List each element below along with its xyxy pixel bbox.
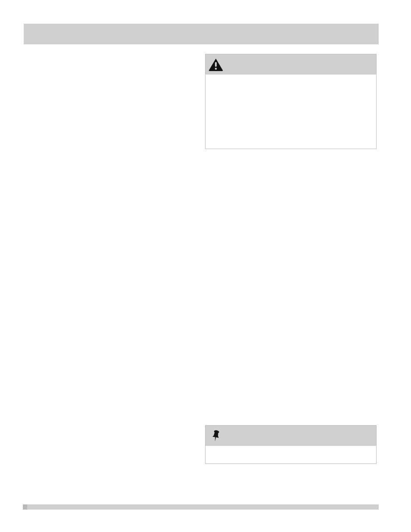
note-callout (205, 425, 377, 464)
warning-callout-body (206, 75, 376, 149)
page-header-bar (24, 24, 379, 44)
svg-rect-0 (215, 62, 217, 67)
two-column-layout (24, 54, 379, 464)
warning-callout (205, 54, 377, 149)
document-page (24, 24, 379, 464)
pushpin-icon (208, 428, 224, 444)
column-right (205, 54, 377, 464)
warning-callout-header (206, 54, 376, 75)
note-callout-header (206, 426, 376, 446)
svg-point-1 (215, 68, 217, 70)
note-callout-body (206, 446, 376, 464)
page-footer-bar (23, 504, 379, 510)
column-left (24, 54, 194, 464)
warning-icon (208, 57, 224, 72)
content-spacer (205, 149, 377, 425)
